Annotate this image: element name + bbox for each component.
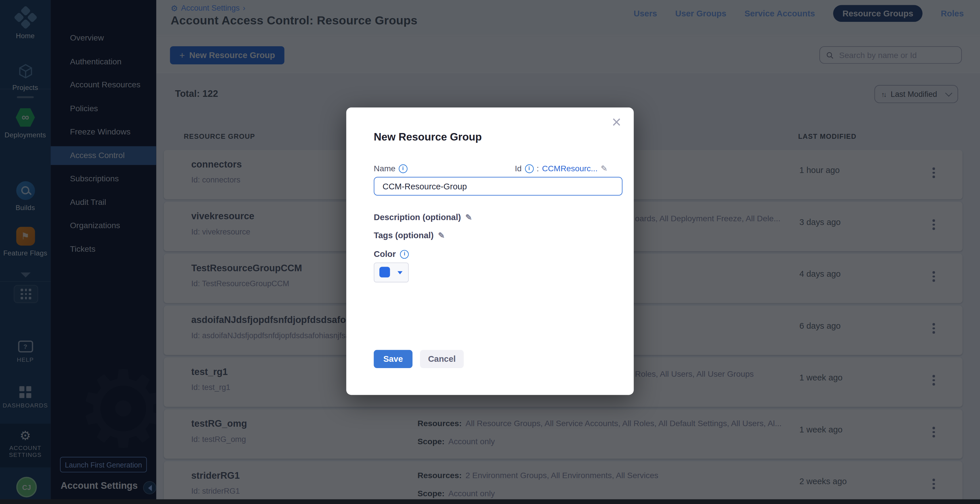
color-chip xyxy=(379,267,390,278)
info-icon: i xyxy=(400,250,409,258)
app-screen: Home Projects ∞ Deployments Builds ⚑ Fea… xyxy=(0,0,980,504)
close-icon[interactable]: × xyxy=(612,114,621,130)
new-resource-group-modal: × New Resource Group Name i Id i : CCMRe… xyxy=(346,108,634,395)
info-icon: i xyxy=(525,164,533,173)
info-icon: i xyxy=(399,164,407,173)
modal-title: New Resource Group xyxy=(374,131,482,144)
description-label: Description (optional) ✎ xyxy=(374,212,472,222)
name-id-row: Name i Id i : CCMResourc... ✎ xyxy=(374,164,608,173)
save-button[interactable]: Save xyxy=(374,350,413,368)
color-picker-dropdown[interactable] xyxy=(374,262,409,283)
color-label: Color i xyxy=(374,250,409,259)
resource-group-name-input[interactable] xyxy=(374,177,623,196)
id-display: Id i : CCMResourc... ✎ xyxy=(515,164,607,173)
chevron-down-icon xyxy=(398,271,402,274)
id-value-link[interactable]: CCMResourc... xyxy=(542,164,598,173)
cancel-button[interactable]: Cancel xyxy=(420,350,464,368)
edit-description-pencil-icon[interactable]: ✎ xyxy=(465,213,472,221)
edit-tags-pencil-icon[interactable]: ✎ xyxy=(438,231,445,239)
tags-label: Tags (optional) ✎ xyxy=(374,231,445,240)
edit-id-pencil-icon[interactable]: ✎ xyxy=(601,164,608,172)
name-label: Name i xyxy=(374,164,407,173)
